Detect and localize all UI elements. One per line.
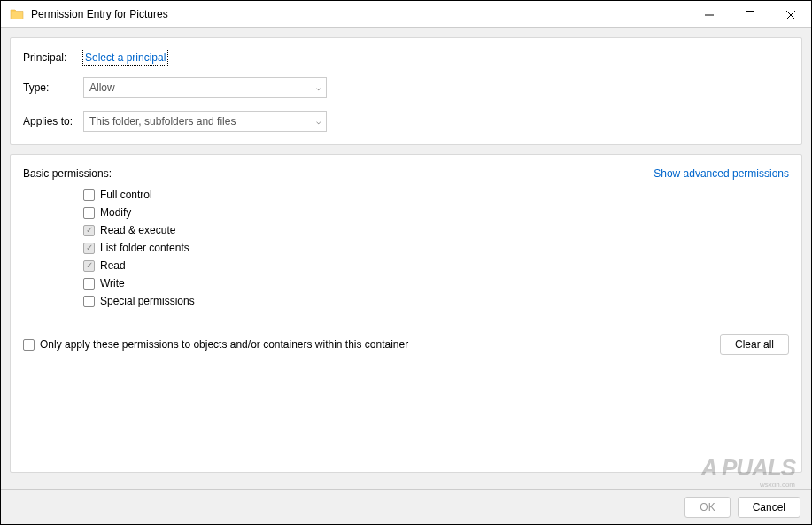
only-apply-checkbox-row[interactable]: Only apply these permissions to objects … bbox=[23, 338, 408, 351]
permission-label: Full control bbox=[100, 189, 152, 201]
permission-modify[interactable]: Modify bbox=[83, 206, 789, 219]
select-principal-link[interactable]: Select a principal bbox=[83, 50, 167, 65]
clear-all-button[interactable]: Clear all bbox=[720, 334, 789, 355]
only-apply-label: Only apply these permissions to objects … bbox=[40, 338, 408, 351]
type-row: Type: Allow ⌵ bbox=[23, 77, 789, 98]
permissions-list: Full control Modify Read & execute List … bbox=[83, 189, 789, 307]
permission-read[interactable]: Read bbox=[83, 259, 789, 272]
chevron-down-icon: ⌵ bbox=[316, 83, 321, 92]
permission-label: Read & execute bbox=[100, 224, 175, 236]
checkbox-icon[interactable] bbox=[83, 260, 95, 272]
principal-row: Principal: Select a principal bbox=[23, 50, 789, 65]
checkbox-icon[interactable] bbox=[83, 189, 95, 201]
permission-write[interactable]: Write bbox=[83, 277, 789, 290]
permissions-panel: Basic permissions: Show advanced permiss… bbox=[10, 154, 802, 473]
chevron-down-icon: ⌵ bbox=[316, 117, 321, 126]
checkbox-icon[interactable] bbox=[83, 225, 95, 236]
ok-button[interactable]: OK bbox=[684, 497, 730, 518]
permission-special[interactable]: Special permissions bbox=[83, 295, 789, 307]
maximize-button[interactable] bbox=[730, 1, 770, 28]
window-controls bbox=[689, 1, 811, 27]
applies-row: Applies to: This folder, subfolders and … bbox=[23, 111, 789, 132]
principal-label: Principal: bbox=[23, 51, 83, 64]
checkbox-icon[interactable] bbox=[83, 278, 95, 290]
checkbox-icon[interactable] bbox=[83, 207, 95, 219]
permission-label: List folder contents bbox=[100, 242, 189, 254]
checkbox-icon[interactable] bbox=[83, 296, 95, 307]
permissions-bottom-row: Only apply these permissions to objects … bbox=[23, 334, 789, 355]
applies-select-value: This folder, subfolders and files bbox=[89, 115, 236, 127]
applies-label: Applies to: bbox=[23, 115, 83, 127]
type-select-value: Allow bbox=[89, 81, 115, 94]
folder-icon bbox=[10, 7, 24, 21]
dialog-footer: OK Cancel bbox=[1, 489, 811, 524]
window-title: Permission Entry for Pictures bbox=[31, 8, 689, 20]
permission-label: Write bbox=[100, 277, 125, 290]
minimize-button[interactable] bbox=[689, 1, 730, 28]
permission-label: Read bbox=[100, 259, 126, 272]
permission-label: Special permissions bbox=[100, 295, 195, 307]
type-label: Type: bbox=[23, 81, 83, 94]
checkbox-icon[interactable] bbox=[23, 339, 35, 351]
titlebar: Permission Entry for Pictures bbox=[1, 1, 811, 28]
permission-read-execute[interactable]: Read & execute bbox=[83, 224, 789, 236]
content-area: Principal: Select a principal Type: Allo… bbox=[1, 28, 811, 489]
cancel-button[interactable]: Cancel bbox=[738, 497, 800, 518]
applies-select[interactable]: This folder, subfolders and files ⌵ bbox=[83, 111, 327, 132]
type-select[interactable]: Allow ⌵ bbox=[83, 77, 327, 98]
svg-rect-0 bbox=[746, 11, 754, 19]
principal-panel: Principal: Select a principal Type: Allo… bbox=[10, 37, 802, 145]
permission-full-control[interactable]: Full control bbox=[83, 189, 789, 201]
basic-permissions-label: Basic permissions: bbox=[23, 167, 112, 180]
permission-label: Modify bbox=[100, 206, 131, 219]
permission-list-folder[interactable]: List folder contents bbox=[83, 242, 789, 254]
close-button[interactable] bbox=[770, 1, 811, 28]
checkbox-icon[interactable] bbox=[83, 243, 95, 254]
show-advanced-permissions-link[interactable]: Show advanced permissions bbox=[653, 167, 789, 180]
permissions-header: Basic permissions: Show advanced permiss… bbox=[23, 167, 789, 180]
